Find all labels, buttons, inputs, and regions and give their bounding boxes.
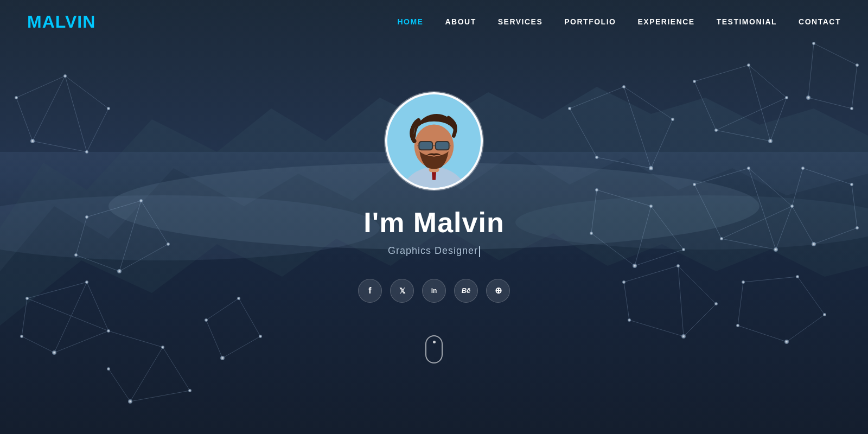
nav-item-home[interactable]: HOME (397, 17, 423, 26)
social-links: f 𝕏 in Bē ⊕ (358, 279, 510, 303)
logo[interactable]: MALVIN (27, 12, 95, 32)
behance-icon: Bē (462, 286, 471, 295)
hero-section: I'm Malvin Graphics Designer f 𝕏 in Bē ⊕ (0, 0, 868, 434)
facebook-link[interactable]: f (358, 279, 382, 303)
scroll-dot (433, 341, 436, 343)
svg-rect-150 (419, 142, 432, 149)
main-nav: HOME ABOUT SERVICES PORTFOLIO EXPERIENCE… (397, 17, 841, 26)
nav-item-testimonial[interactable]: TESTIMONIAL (717, 17, 777, 26)
avatar (385, 92, 483, 190)
facebook-icon: f (368, 286, 371, 296)
hero-title: I'm Malvin (363, 206, 504, 239)
nav-item-services[interactable]: SERVICES (498, 17, 543, 26)
svg-rect-151 (436, 142, 449, 149)
twitter-icon: 𝕏 (399, 286, 405, 295)
pinterest-icon: ⊕ (495, 285, 502, 296)
linkedin-link[interactable]: in (422, 279, 446, 303)
hero-subtitle: Graphics Designer (388, 245, 480, 257)
twitter-link[interactable]: 𝕏 (390, 279, 414, 303)
behance-link[interactable]: Bē (454, 279, 478, 303)
scroll-indicator[interactable] (425, 335, 443, 363)
nav-item-contact[interactable]: CONTACT (799, 17, 841, 26)
header: MALVIN HOME ABOUT SERVICES PORTFOLIO EXP… (0, 0, 868, 43)
logo-text-blue: VIN (65, 12, 95, 31)
nav-item-portfolio[interactable]: PORTFOLIO (564, 17, 616, 26)
pinterest-link[interactable]: ⊕ (486, 279, 510, 303)
nav-item-experience[interactable]: EXPERIENCE (637, 17, 694, 26)
nav-item-about[interactable]: ABOUT (445, 17, 476, 26)
linkedin-icon: in (431, 287, 437, 295)
logo-text-white: MAL (27, 12, 65, 31)
typing-cursor (479, 246, 480, 257)
